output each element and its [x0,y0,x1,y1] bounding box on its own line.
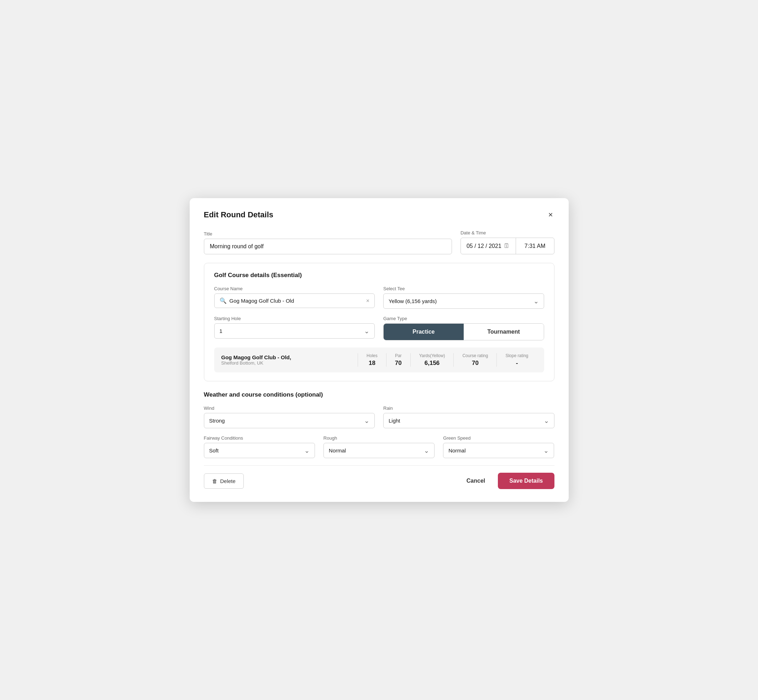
select-tee-dropdown[interactable]: Yellow (6,156 yards) Red (5,200 yards) W… [384,294,544,308]
search-icon: 🔍 [219,297,227,304]
select-tee-wrap: Yellow (6,156 yards) Red (5,200 yards) W… [383,294,544,309]
game-type-label: Game Type [383,316,544,321]
clear-course-icon[interactable]: × [366,298,370,304]
modal-header: Edit Round Details × [204,209,554,220]
rough-wrap: LightNormalHeavyVery Heavy ⌄ [324,443,434,458]
par-value: 70 [395,359,402,367]
golf-course-title: Golf Course details (Essential) [214,272,544,279]
rain-wrap: NoneLightModerateHeavy ⌄ [383,413,554,428]
starting-hole-wrap: 1234 5678 910 ⌄ [214,323,375,339]
rain-group: Rain NoneLightModerateHeavy ⌄ [383,405,554,428]
yards-stat: Yards(Yellow) 6,156 [410,353,454,367]
course-info-row: Gog Magog Golf Club - Old, Shelford Bott… [214,347,544,372]
rough-dropdown[interactable]: LightNormalHeavyVery Heavy [324,443,434,458]
datetime-label: Date & Time [460,230,554,236]
course-name-group: Course Name 🔍 × [214,286,375,309]
time-part[interactable]: 7:31 AM [516,238,554,254]
game-type-group: Game Type Practice Tournament [383,316,544,341]
wind-group: Wind NoneLightModerateStrongVery Strong … [204,405,375,428]
delete-label: Delete [220,478,236,484]
datetime-inputs: 05 / 12 / 2021 🗓 7:31 AM [460,238,554,254]
rough-label: Rough [324,435,434,441]
wind-rain-row: Wind NoneLightModerateStrongVery Strong … [204,405,554,428]
holes-label: Holes [366,353,377,358]
green-speed-group: Green Speed SlowNormalFastVery Fast ⌄ [443,435,554,458]
rain-dropdown[interactable]: NoneLightModerateHeavy [384,413,554,428]
rough-group: Rough LightNormalHeavyVery Heavy ⌄ [324,435,434,458]
slope-rating-label: Slope rating [505,353,528,358]
hole-gametype-row: Starting Hole 1234 5678 910 ⌄ Game Type … [214,316,544,341]
course-name-main: Gog Magog Golf Club - Old, [221,354,358,360]
practice-button[interactable]: Practice [384,324,464,340]
course-name-input[interactable] [230,298,363,304]
green-speed-label: Green Speed [443,435,554,441]
calendar-icon: 🗓 [504,242,510,250]
top-row: Title Date & Time 05 / 12 / 2021 🗓 7:31 … [204,230,554,254]
wind-wrap: NoneLightModerateStrongVery Strong ⌄ [204,413,375,428]
title-field-group: Title [204,231,452,254]
yards-label: Yards(Yellow) [419,353,445,358]
date-part[interactable]: 05 / 12 / 2021 🗓 [461,238,516,254]
course-name-input-wrap[interactable]: 🔍 × [214,294,375,308]
tournament-button[interactable]: Tournament [464,324,544,340]
fairway-label: Fairway Conditions [204,435,315,441]
slope-rating-value: - [516,359,518,367]
starting-hole-dropdown[interactable]: 1234 5678 910 [215,324,375,338]
close-button[interactable]: × [547,209,554,220]
edit-round-modal: Edit Round Details × Title Date & Time 0… [190,198,568,502]
datetime-field-group: Date & Time 05 / 12 / 2021 🗓 7:31 AM [460,230,554,254]
yards-value: 6,156 [424,359,440,367]
holes-stat: Holes 18 [358,353,386,367]
par-stat: Par 70 [386,353,410,367]
game-type-toggle: Practice Tournament [383,323,544,341]
cancel-button[interactable]: Cancel [461,474,491,488]
modal-title: Edit Round Details [204,210,274,219]
par-label: Par [395,353,402,358]
course-rating-value: 70 [472,359,479,367]
conditions-row: Fairway Conditions SoftNormalHardVery Ha… [204,435,554,458]
weather-title: Weather and course conditions (optional) [204,391,554,398]
starting-hole-group: Starting Hole 1234 5678 910 ⌄ [214,316,375,341]
wind-label: Wind [204,405,375,411]
trash-icon: 🗑 [212,478,218,484]
wind-dropdown[interactable]: NoneLightModerateStrongVery Strong [204,413,375,428]
course-name-col: Gog Magog Golf Club - Old, Shelford Bott… [221,354,358,366]
fairway-group: Fairway Conditions SoftNormalHardVery Ha… [204,435,315,458]
holes-value: 18 [369,359,376,367]
rain-label: Rain [383,405,554,411]
title-label: Title [204,231,452,236]
course-name-sub: Shelford Bottom, UK [221,360,358,366]
slope-rating-stat: Slope rating - [496,353,537,367]
modal-footer: 🗑 Delete Cancel Save Details [204,465,554,489]
select-tee-label: Select Tee [383,286,544,291]
green-speed-dropdown[interactable]: SlowNormalFastVery Fast [443,443,554,458]
select-tee-group: Select Tee Yellow (6,156 yards) Red (5,2… [383,286,544,309]
title-input[interactable] [204,239,452,254]
fairway-dropdown[interactable]: SoftNormalHardVery Hard [204,443,315,458]
course-tee-row: Course Name 🔍 × Select Tee Yellow (6,156… [214,286,544,309]
delete-button[interactable]: 🗑 Delete [204,473,244,489]
date-value: 05 / 12 / 2021 [467,243,501,249]
time-value: 7:31 AM [525,243,545,249]
fairway-wrap: SoftNormalHardVery Hard ⌄ [204,443,315,458]
course-name-label: Course Name [214,286,375,291]
footer-right: Cancel Save Details [461,473,554,489]
weather-section: Weather and course conditions (optional)… [204,391,554,458]
course-rating-stat: Course rating 70 [453,353,496,367]
course-rating-label: Course rating [462,353,488,358]
golf-course-section: Golf Course details (Essential) Course N… [204,263,554,381]
save-button[interactable]: Save Details [498,473,554,489]
starting-hole-label: Starting Hole [214,316,375,321]
green-speed-wrap: SlowNormalFastVery Fast ⌄ [443,443,554,458]
